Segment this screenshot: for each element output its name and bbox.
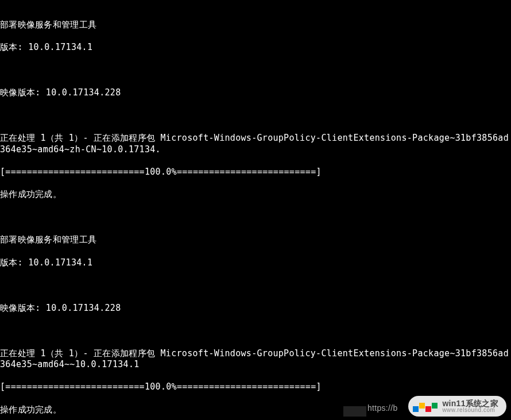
- blank: [0, 280, 511, 291]
- blank: [0, 325, 511, 337]
- blank: [0, 65, 511, 76]
- blank: [0, 212, 511, 224]
- tool-version: 版本: 10.0.17134.1: [0, 257, 511, 269]
- url-fragment: https://b: [367, 403, 398, 413]
- watermark-text: win11系统之家 www.relsound.com: [442, 399, 498, 413]
- progress-bar: [==========================100.0%=======…: [0, 382, 511, 393]
- terminal-output: 部署映像服务和管理工具 版本: 10.0.17134.1 映像版本: 10.0.…: [0, 0, 511, 420]
- watermark-url: www.relsound.com: [442, 407, 498, 413]
- watermark-title: win11系统之家: [442, 399, 498, 407]
- processing-status: 正在处理 1（共 1）- 正在添加程序包 Microsoft-Windows-G…: [0, 133, 511, 155]
- tool-version: 版本: 10.0.17134.1: [0, 42, 511, 53]
- watermark-badge: win11系统之家 www.relsound.com: [408, 396, 506, 417]
- image-version: 映像版本: 10.0.17134.228: [0, 87, 511, 99]
- image-version: 映像版本: 10.0.17134.228: [0, 303, 511, 314]
- dism-header: 部署映像服务和管理工具: [0, 20, 511, 31]
- windows-logo-icon: [413, 401, 438, 412]
- shade: [343, 406, 366, 417]
- success-message: 操作成功完成。: [0, 189, 511, 201]
- progress-bar: [==========================100.0%=======…: [0, 167, 511, 178]
- processing-status: 正在处理 1（共 1）- 正在添加程序包 Microsoft-Windows-G…: [0, 348, 511, 371]
- dism-header: 部署映像服务和管理工具: [0, 234, 511, 246]
- blank: [0, 110, 511, 122]
